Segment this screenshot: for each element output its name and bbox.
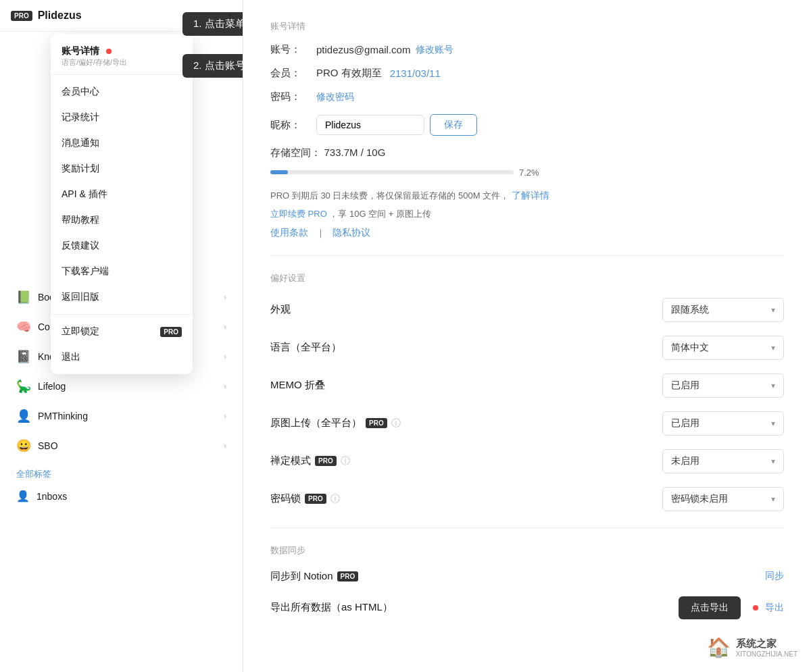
watermark-icon: 🏠 [707, 636, 731, 658]
sidebar-item-pmthinking[interactable]: 👤 PMThinking › [5, 402, 237, 430]
divider-1 [270, 255, 784, 256]
dropdown-item-download[interactable]: 下载客户端 [51, 259, 193, 284]
dropdown-account-title: 账号详情 [62, 45, 99, 56]
terms-row: 使用条款 ｜ 隐私协议 [270, 227, 784, 239]
member-value: PRO 有效期至 [316, 67, 382, 80]
passwordlock-pro-badge: PRO [305, 494, 326, 504]
pref-label-memo: MEMO 折叠 [270, 379, 325, 392]
pref-row-language: 语言（全平台） 简体中文 ▾ [270, 336, 784, 360]
pref-select-upload[interactable]: 已启用 ▾ [662, 411, 784, 436]
account-email: ptidezus@gmail.com [316, 44, 410, 55]
terms-link[interactable]: 使用条款 [270, 227, 308, 238]
chevron-down-language: ▾ [771, 343, 775, 353]
sbo-icon: 😀 [16, 438, 31, 453]
sidebar-item-label-sbo: SBO [38, 440, 217, 451]
sidebar-item-label-lifelog: Lifelog [38, 381, 217, 392]
pro-badge: PRO [11, 11, 32, 21]
storage-note-link[interactable]: 了解详情 [512, 190, 549, 201]
notion-pro-badge: PRO [337, 571, 359, 581]
chevron-right-icon-4: › [224, 382, 226, 391]
storage-progress-bg [270, 170, 514, 174]
pref-value-language: 简体中文 [671, 342, 709, 354]
sidebar: PRO Plidezus ▾ 账号详情 语言/偏好/存储/导出 会员中心 记录统… [0, 0, 243, 672]
export-action[interactable]: 导出 [765, 602, 784, 614]
pref-row-upload: 原图上传（全平台） PRO ⓘ 已启用 ▾ [270, 411, 784, 436]
chevron-down-zen: ▾ [771, 457, 775, 466]
knowledge-icon: 📓 [16, 349, 31, 364]
edit-password-link[interactable]: 修改密码 [316, 91, 354, 103]
chevron-down-passwordlock: ▾ [771, 494, 775, 504]
storage-label: 存储空间： [270, 147, 321, 158]
sidebar-item-lifelog[interactable]: 🦕 Lifelog › [5, 372, 237, 400]
pref-value-zen: 未启用 [671, 455, 699, 467]
all-tags-label[interactable]: 全部标签 [0, 461, 243, 484]
storage-progress-row: 7.2% [270, 165, 784, 180]
sidebar-item-sbo[interactable]: 😀 SBO › [5, 432, 237, 460]
pref-select-memo[interactable]: 已启用 ▾ [662, 373, 784, 398]
member-expiry: 2131/03/11 [390, 68, 441, 79]
dropdown-item-records[interactable]: 记录统计 [51, 105, 193, 130]
chevron-right-icon-6: › [224, 441, 226, 450]
chevron-down-upload: ▾ [771, 419, 775, 428]
export-dot [753, 605, 758, 611]
pref-row-zen: 禅定模式 PRO ⓘ 未启用 ▾ [270, 449, 784, 473]
chevron-down-appearance: ▾ [771, 305, 775, 315]
pref-label-passwordlock: 密码锁 PRO ⓘ [270, 492, 340, 505]
dropdown-item-membership[interactable]: 会员中心 [51, 79, 193, 105]
nickname-row: 昵称： 保存 [270, 114, 784, 136]
pref-select-language[interactable]: 简体中文 ▾ [662, 336, 784, 360]
dropdown-item-notifications[interactable]: 消息通知 [51, 130, 193, 156]
zen-pro-badge: PRO [315, 456, 337, 466]
export-tooltip: 点击导出 [679, 596, 741, 619]
storage-progress-fill [270, 170, 288, 174]
storage-value: 733.7M / 10G [324, 147, 385, 158]
edit-account-link[interactable]: 修改账号 [416, 44, 453, 56]
upload-info-icon[interactable]: ⓘ [391, 417, 401, 430]
member-row: 会员： PRO 有效期至 2131/03/11 [270, 67, 784, 80]
privacy-link[interactable]: 隐私协议 [333, 227, 370, 238]
passwordlock-info-icon[interactable]: ⓘ [330, 493, 340, 505]
save-button[interactable]: 保存 [430, 114, 477, 136]
pref-value-upload: 已启用 [671, 417, 699, 430]
pref-select-passwordlock[interactable]: 密码锁未启用 ▾ [662, 487, 784, 511]
sync-section-label: 数据同步 [270, 544, 784, 557]
sync-row-notion: 同步到 Notion PRO 同步 [270, 570, 784, 583]
pref-row-memo: MEMO 折叠 已启用 ▾ [270, 373, 784, 398]
pref-select-appearance[interactable]: 跟随系统 ▾ [662, 298, 784, 322]
pmthinking-icon: 👤 [16, 409, 31, 423]
chevron-right-icon-3: › [224, 352, 226, 361]
divider-2 [270, 527, 784, 528]
lifelog-icon: 🦕 [16, 379, 31, 394]
nickname-input[interactable] [316, 115, 424, 135]
pref-value-memo: 已启用 [671, 380, 699, 392]
pref-label-upload: 原图上传（全平台） PRO ⓘ [270, 417, 401, 430]
watermark: 🏠 系统之家 XITONGZHIJIA.NET [707, 636, 798, 658]
pref-row-appearance: 外观 跟随系统 ▾ [270, 298, 784, 322]
tooltip-click-account: 2. 点击账号详情 [182, 54, 243, 78]
dropdown-item-api[interactable]: API & 插件 [51, 182, 193, 207]
dropdown-account-header: 账号详情 语言/偏好/存储/导出 [51, 38, 193, 70]
sync-label-export: 导出所有数据（as HTML） [270, 601, 393, 614]
main-content: 账号详情 账号： ptidezus@gmail.com 修改账号 会员： PRO… [243, 0, 811, 672]
app-name: Plidezus [38, 9, 82, 22]
password-label: 密码： [270, 91, 311, 103]
pref-select-zen[interactable]: 未启用 ▾ [662, 449, 784, 473]
account-row: 账号： ptidezus@gmail.com 修改账号 [270, 43, 784, 56]
sidebar-item-label-pmthinking: PMThinking [38, 411, 217, 421]
zen-info-icon[interactable]: ⓘ [341, 455, 350, 467]
nickname-label: 昵称： [270, 119, 311, 132]
dropdown-divider-2 [51, 314, 193, 315]
dropdown-item-logout[interactable]: 退出 [51, 344, 193, 370]
chevron-right-icon-5: › [224, 411, 226, 421]
account-section-label: 账号详情 [270, 20, 784, 32]
dropdown-item-rewards[interactable]: 奖励计划 [51, 156, 193, 182]
sync-notion-action[interactable]: 同步 [765, 570, 784, 582]
dropdown-item-oldversion[interactable]: 返回旧版 [51, 284, 193, 310]
dropdown-item-help[interactable]: 帮助教程 [51, 207, 193, 233]
dropdown-item-lock[interactable]: 立即锁定 PRO [51, 319, 193, 344]
pref-value-passwordlock: 密码锁未启用 [671, 493, 728, 505]
sidebar-sub-item-1nboxs[interactable]: 👤 1nboxs [0, 484, 243, 508]
core-icon: 🧠 [16, 319, 31, 334]
upgrade-link[interactable]: 立即续费 PRO [270, 209, 327, 219]
dropdown-item-feedback[interactable]: 反馈建议 [51, 233, 193, 259]
